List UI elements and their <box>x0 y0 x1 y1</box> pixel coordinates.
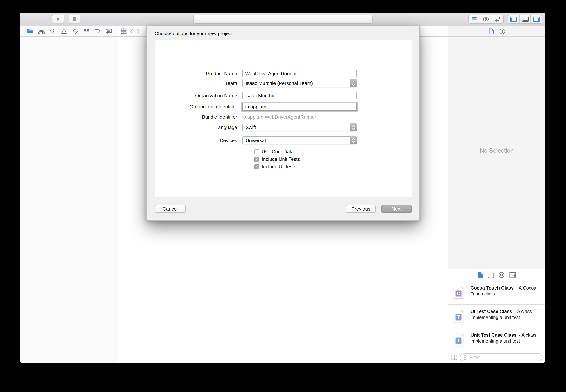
navigator-panel-icon <box>510 17 517 22</box>
file-inspector-tab[interactable] <box>488 28 494 34</box>
symbol-hierarchy-icon <box>38 29 44 34</box>
project-navigator-button[interactable] <box>27 28 33 34</box>
find-navigator-button[interactable] <box>49 28 56 34</box>
language-popup[interactable]: Swift <box>242 123 357 131</box>
stop-button[interactable] <box>69 14 80 23</box>
library-item-ui-test-case-class[interactable]: T UI Test Case Class - A class implement… <box>449 305 545 328</box>
report-navigator-button[interactable] <box>106 28 112 34</box>
folder-icon <box>27 29 33 34</box>
file-templates-tab[interactable] <box>478 272 483 278</box>
symbol-navigator-button[interactable] <box>38 28 44 34</box>
speech-bubble-icon <box>106 29 112 34</box>
tag-icon <box>94 29 101 34</box>
library-item-title: Unit Test Case Class <box>471 333 516 338</box>
library-item-cocoa-touch-class[interactable]: C Cocoa Touch Class - A Cocoa Touch clas… <box>449 281 545 305</box>
library-item-unit-test-case-class[interactable]: T Unit Test Case Class - A class impleme… <box>449 328 545 351</box>
library-filter-bar <box>449 352 545 363</box>
utilities-panel-button[interactable] <box>531 15 542 23</box>
navigator-tab-bar <box>20 26 117 37</box>
debug-area-button[interactable] <box>519 15 530 23</box>
back-button[interactable] <box>130 29 133 34</box>
film-strip-icon <box>509 272 516 278</box>
devices-label: Devices: <box>154 138 242 143</box>
warning-triangle-icon <box>61 29 67 34</box>
assistant-editor-button[interactable] <box>480 15 492 23</box>
include-ui-tests-checkbox[interactable]: ✓ <box>254 164 260 169</box>
product-name-field[interactable]: WebDriverAgentRunner <box>242 69 357 77</box>
use-core-data-label: Use Core Data <box>262 149 294 154</box>
assistant-editor-icon <box>483 17 489 22</box>
include-unit-tests-label: Include Unit Tests <box>262 156 300 162</box>
organization-identifier-label: Organization Identifier: <box>154 104 242 109</box>
debug-navigator-button[interactable] <box>83 28 89 34</box>
popup-stepper-icon <box>350 123 357 131</box>
objects-tab[interactable] <box>499 272 505 278</box>
panel-toggle-segmented-control <box>508 15 542 23</box>
navigator-panel <box>20 26 118 363</box>
forward-button[interactable] <box>137 29 140 34</box>
next-button[interactable]: Next <box>381 205 412 213</box>
standard-editor-icon <box>471 17 477 22</box>
debug-area-icon <box>522 17 528 22</box>
search-icon <box>50 28 55 34</box>
organization-name-label: Organization Name: <box>154 93 242 98</box>
team-popup[interactable]: Isaac Murchie (Personal Team) <box>242 79 357 87</box>
organization-name-field[interactable]: Isaac Murchie <box>242 91 357 99</box>
chevron-left-icon <box>130 29 133 34</box>
test-file-icon: T <box>454 310 464 322</box>
popup-stepper-icon <box>350 79 357 87</box>
utilities-panel: ? No Selection { } <box>448 26 545 363</box>
inspector-tab-bar: ? <box>449 26 545 37</box>
quick-help-tab[interactable]: ? <box>499 28 505 34</box>
use-core-data-checkbox[interactable] <box>254 149 260 154</box>
issue-navigator-button[interactable] <box>61 28 67 34</box>
xcode-window: ? No Selection { } <box>20 13 545 363</box>
new-project-options-dialog: Choose options for your new project: Pro… <box>146 26 420 221</box>
library-filter-field[interactable] <box>460 353 542 361</box>
related-items-button[interactable] <box>121 28 127 34</box>
product-name-label: Product Name: <box>154 70 242 76</box>
braces-icon: { } <box>488 272 494 278</box>
organization-identifier-field[interactable]: io.appium <box>242 103 357 111</box>
media-tab[interactable] <box>509 272 516 278</box>
library-item-title: Cocoa Touch Class <box>471 285 514 291</box>
team-label: Team: <box>154 80 242 86</box>
dialog-title: Choose options for your new project: <box>155 31 234 36</box>
class-file-icon: C <box>454 287 464 299</box>
test-file-icon: T <box>454 334 464 346</box>
chevron-right-icon <box>137 29 140 34</box>
activity-viewer <box>193 14 373 23</box>
bundle-identifier-value: io.appium.WebDriverAgentRunner <box>242 114 316 120</box>
grid-squares-icon <box>121 28 127 34</box>
file-template-icon <box>478 272 483 278</box>
include-ui-tests-label: Include UI Tests <box>262 164 296 169</box>
version-editor-button[interactable] <box>492 15 504 23</box>
template-library-list: C Cocoa Touch Class - A Cocoa Touch clas… <box>449 281 545 352</box>
test-navigator-button[interactable] <box>72 28 78 34</box>
svg-text:?: ? <box>501 29 503 33</box>
play-icon <box>56 17 60 21</box>
bundle-identifier-label: Bundle Identifier: <box>154 114 242 120</box>
run-button[interactable] <box>52 14 64 23</box>
version-editor-icon <box>495 17 501 22</box>
standard-editor-button[interactable] <box>469 15 480 23</box>
help-icon: ? <box>499 28 505 34</box>
grid-view-button[interactable] <box>451 355 457 360</box>
text-cursor <box>267 104 267 109</box>
library-tab-bar: { } <box>449 268 545 281</box>
filter-input[interactable] <box>469 355 542 360</box>
popup-stepper-icon <box>350 136 357 144</box>
rows-icon <box>83 29 89 34</box>
navigator-panel-button[interactable] <box>508 15 519 23</box>
svg-text:{ }: { } <box>488 272 494 278</box>
include-unit-tests-checkbox[interactable]: ✓ <box>254 156 260 162</box>
code-snippets-tab[interactable]: { } <box>488 272 494 278</box>
previous-button[interactable]: Previous <box>346 205 376 213</box>
devices-popup[interactable]: Universal <box>242 136 357 144</box>
library-item-title: UI Test Case Class <box>471 309 512 314</box>
diamond-icon <box>72 28 78 34</box>
object-library-icon <box>499 272 505 278</box>
cancel-button[interactable]: Cancel <box>155 205 186 213</box>
breakpoint-navigator-button[interactable] <box>94 28 101 34</box>
stop-icon <box>73 17 76 21</box>
